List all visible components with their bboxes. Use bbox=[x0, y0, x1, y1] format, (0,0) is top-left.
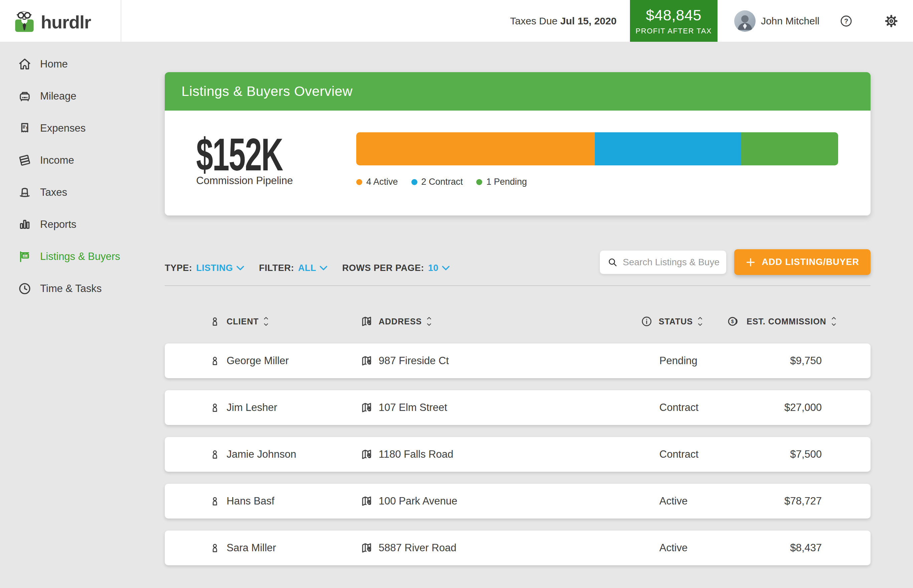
profit-after-tax-badge[interactable]: $48,845 PROFIT AFTER TAX bbox=[630, 0, 717, 42]
table-row[interactable]: George Miller 987 Fireside Ct Pending $9… bbox=[165, 344, 871, 378]
filter-label: FILTER: bbox=[259, 263, 294, 273]
car-icon bbox=[18, 89, 32, 103]
sort-arrows-icon bbox=[698, 317, 703, 326]
pipeline-label: Commission Pipeline bbox=[196, 175, 293, 187]
legend-label: 2 Contract bbox=[422, 177, 463, 187]
sidebar: Home Mileage $ Expenses bbox=[0, 42, 121, 588]
property-address: 107 Elm Street bbox=[379, 402, 447, 414]
table-row[interactable]: Sara Miller 5887 River Road Active $8,43… bbox=[165, 531, 871, 565]
sidebar-item-label: Time & Tasks bbox=[40, 283, 102, 295]
type-dropdown[interactable]: TYPE: LISTING bbox=[165, 263, 244, 273]
legend-item: 4 Active bbox=[356, 177, 398, 187]
sidebar-item-label: Income bbox=[40, 154, 74, 166]
overview-card-header: Listings & Buyers Overview bbox=[165, 72, 871, 111]
map-pin-icon bbox=[360, 448, 373, 461]
taxes-due-text: Taxes Due Jul 15, 2020 bbox=[510, 15, 617, 27]
table-header: CLIENT ADDRESS STATUS bbox=[165, 286, 871, 344]
person-icon bbox=[209, 449, 221, 460]
top-bar: hurdlr Taxes Due Jul 15, 2020 $48,845 PR… bbox=[0, 0, 913, 42]
table-actions: ADD LISTING/BUYER bbox=[600, 249, 871, 275]
status-label: Active bbox=[659, 495, 687, 507]
filter-bar: TYPE: LISTING FILTER: ALL ROWS PER PAGE:… bbox=[165, 263, 450, 273]
pipeline-bar-segment bbox=[356, 132, 595, 165]
map-pin-icon bbox=[360, 541, 373, 554]
home-icon bbox=[18, 57, 32, 71]
main-content: Listings & Buyers Overview $152K Commiss… bbox=[121, 42, 913, 588]
map-pin-icon bbox=[360, 495, 373, 507]
svg-text:$: $ bbox=[731, 319, 734, 324]
filter-value: ALL bbox=[298, 263, 316, 273]
sidebar-item-expenses[interactable]: $ Expenses bbox=[0, 112, 121, 144]
client-name: Jamie Johnson bbox=[226, 448, 296, 460]
client-name: Jim Lesher bbox=[226, 402, 277, 414]
sort-by-client[interactable]: CLIENT bbox=[226, 317, 269, 326]
topbar-actions: Taxes Due Jul 15, 2020 $48,845 PROFIT AF… bbox=[510, 0, 913, 42]
person-icon bbox=[209, 355, 221, 367]
property-address: 987 Fireside Ct bbox=[379, 355, 449, 367]
sidebar-item-mileage[interactable]: Mileage bbox=[0, 80, 121, 112]
legend-dot bbox=[356, 179, 362, 185]
money-stack-icon bbox=[18, 153, 32, 167]
overview-card-body: $152K Commission Pipeline 4 Active bbox=[165, 111, 871, 215]
legend-label: 1 Pending bbox=[486, 177, 527, 187]
sidebar-item-taxes[interactable]: Taxes bbox=[0, 176, 121, 208]
clock-icon bbox=[18, 282, 32, 296]
pipeline-bar-segment bbox=[595, 132, 741, 165]
legend-label: 4 Active bbox=[366, 177, 398, 187]
est-commission-value: $9,750 bbox=[790, 355, 822, 367]
table-controls: TYPE: LISTING FILTER: ALL ROWS PER PAGE:… bbox=[165, 249, 871, 275]
sidebar-item-income[interactable]: Income bbox=[0, 144, 121, 176]
sidebar-item-label: Mileage bbox=[40, 90, 76, 102]
sort-by-commission[interactable]: EST. COMMISSION bbox=[747, 317, 837, 326]
legend-dot bbox=[411, 179, 417, 185]
rows-per-page-dropdown[interactable]: ROWS PER PAGE: 10 bbox=[342, 263, 450, 273]
sort-arrows-icon bbox=[427, 317, 432, 326]
overview-title: Listings & Buyers Overview bbox=[181, 84, 352, 99]
client-name: George Miller bbox=[226, 355, 289, 367]
profit-label: PROFIT AFTER TAX bbox=[636, 27, 712, 36]
map-pin-icon bbox=[360, 354, 373, 367]
chevron-down-icon bbox=[236, 266, 244, 271]
filter-dropdown[interactable]: FILTER: ALL bbox=[259, 263, 328, 273]
search-box bbox=[600, 250, 726, 274]
table-row[interactable]: Hans Basf 100 Park Avenue Active $78,727 bbox=[165, 484, 871, 519]
search-icon bbox=[607, 257, 618, 268]
sidebar-item-home[interactable]: Home bbox=[0, 48, 121, 80]
sort-by-address[interactable]: ADDRESS bbox=[379, 317, 432, 326]
sidebar-item-label: Reports bbox=[40, 218, 76, 231]
help-icon[interactable]: ? bbox=[839, 15, 853, 28]
svg-text:SALE: SALE bbox=[22, 255, 29, 257]
legend-item: 2 Contract bbox=[411, 177, 463, 187]
status-label: Contract bbox=[659, 448, 698, 460]
sort-by-status[interactable]: STATUS bbox=[659, 317, 703, 326]
client-name: Sara Miller bbox=[226, 542, 276, 554]
type-label: TYPE: bbox=[165, 263, 192, 273]
property-address: 100 Park Avenue bbox=[379, 495, 457, 507]
table-row[interactable]: Jamie Johnson 1180 Falls Road Contract $… bbox=[165, 437, 871, 472]
search-input[interactable] bbox=[622, 257, 719, 268]
rows-per-page-label: ROWS PER PAGE: bbox=[342, 263, 424, 273]
table-row[interactable]: Jim Lesher 107 Elm Street Contract $27,0… bbox=[165, 390, 871, 425]
legend-item: 1 Pending bbox=[476, 177, 527, 187]
avatar[interactable] bbox=[734, 10, 756, 32]
sort-arrows-icon bbox=[263, 317, 269, 326]
sidebar-item-listings-buyers[interactable]: SALE Listings & Buyers bbox=[0, 241, 121, 273]
status-label: Active bbox=[659, 542, 687, 554]
person-icon bbox=[209, 542, 221, 554]
coins-icon: $ bbox=[727, 315, 740, 328]
svg-text:$: $ bbox=[26, 126, 28, 130]
svg-text:?: ? bbox=[844, 18, 848, 25]
app-logo[interactable]: hurdlr bbox=[0, 0, 121, 42]
sidebar-item-label: Home bbox=[40, 58, 68, 70]
person-icon bbox=[209, 316, 221, 327]
gear-icon[interactable] bbox=[884, 14, 898, 28]
sidebar-item-time-tasks[interactable]: Time & Tasks bbox=[0, 273, 121, 305]
user-name[interactable]: John Mitchell bbox=[761, 15, 819, 27]
map-pin-icon bbox=[360, 401, 373, 414]
profit-amount: $48,845 bbox=[646, 7, 701, 24]
add-listing-buyer-button[interactable]: ADD LISTING/BUYER bbox=[734, 249, 871, 275]
sidebar-item-reports[interactable]: Reports bbox=[0, 208, 121, 241]
bar-chart-icon bbox=[18, 218, 32, 231]
logo-wordmark: hurdlr bbox=[41, 12, 91, 32]
client-name: Hans Basf bbox=[226, 495, 275, 507]
